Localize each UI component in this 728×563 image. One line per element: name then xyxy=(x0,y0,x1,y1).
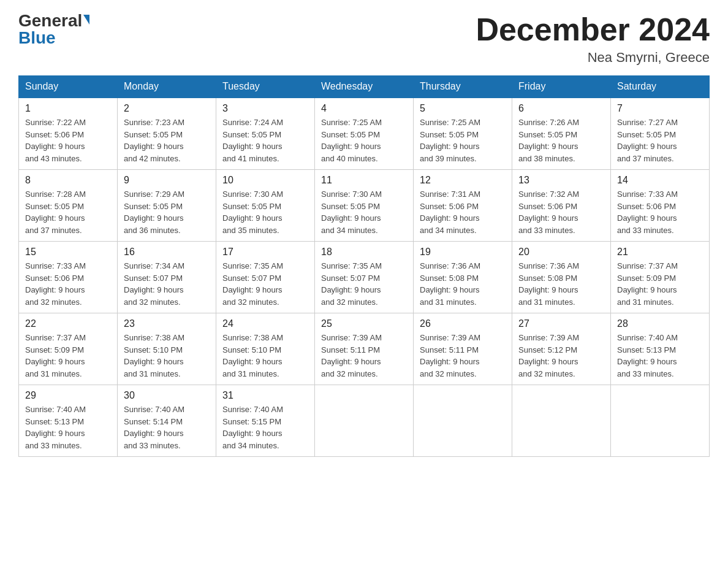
calendar-cell: 28 Sunrise: 7:40 AM Sunset: 5:13 PM Dayl… xyxy=(611,313,710,385)
daylight-minutes: and 32 minutes. xyxy=(124,297,181,307)
day-info: Sunrise: 7:37 AM Sunset: 5:09 PM Dayligh… xyxy=(617,260,703,308)
daylight-minutes: and 41 minutes. xyxy=(222,154,279,163)
daylight-minutes: and 37 minutes. xyxy=(617,154,674,163)
daylight-label: Daylight: 9 hours xyxy=(124,142,184,151)
sunset-label: Sunset: 5:06 PM xyxy=(420,202,479,211)
day-info: Sunrise: 7:26 AM Sunset: 5:05 PM Dayligh… xyxy=(518,117,604,164)
day-info: Sunrise: 7:39 AM Sunset: 5:11 PM Dayligh… xyxy=(420,332,506,380)
day-info: Sunrise: 7:39 AM Sunset: 5:12 PM Dayligh… xyxy=(518,332,604,380)
sunrise-label: Sunrise: 7:30 AM xyxy=(321,190,382,199)
calendar-cell xyxy=(611,385,710,457)
day-number: 5 xyxy=(420,103,506,114)
sunrise-label: Sunrise: 7:37 AM xyxy=(617,261,678,270)
sunset-label: Sunset: 5:07 PM xyxy=(124,274,183,283)
day-info: Sunrise: 7:33 AM Sunset: 5:06 PM Dayligh… xyxy=(617,188,703,236)
sunrise-label: Sunrise: 7:36 AM xyxy=(518,261,579,270)
sunrise-label: Sunrise: 7:24 AM xyxy=(222,118,283,127)
header-saturday: Saturday xyxy=(611,76,710,98)
sunrise-label: Sunrise: 7:33 AM xyxy=(25,261,86,270)
sunset-label: Sunset: 5:11 PM xyxy=(420,345,479,354)
sunset-label: Sunset: 5:05 PM xyxy=(222,130,281,139)
daylight-minutes: and 37 minutes. xyxy=(25,226,82,235)
daylight-label: Daylight: 9 hours xyxy=(222,357,282,366)
sunset-label: Sunset: 5:13 PM xyxy=(617,345,676,354)
header-sunday: Sunday xyxy=(19,76,118,98)
sunset-label: Sunset: 5:09 PM xyxy=(25,345,84,354)
daylight-label: Daylight: 9 hours xyxy=(321,357,381,366)
sunrise-label: Sunrise: 7:38 AM xyxy=(124,333,184,342)
sunset-label: Sunset: 5:11 PM xyxy=(321,345,380,354)
day-info: Sunrise: 7:32 AM Sunset: 5:06 PM Dayligh… xyxy=(518,188,604,236)
calendar-cell: 25 Sunrise: 7:39 AM Sunset: 5:11 PM Dayl… xyxy=(315,313,414,385)
daylight-minutes: and 33 minutes. xyxy=(25,441,82,450)
daylight-label: Daylight: 9 hours xyxy=(124,357,184,366)
calendar-cell: 17 Sunrise: 7:35 AM Sunset: 5:07 PM Dayl… xyxy=(216,242,315,313)
sunrise-label: Sunrise: 7:39 AM xyxy=(518,333,579,342)
daylight-minutes: and 33 minutes. xyxy=(617,369,674,378)
day-info: Sunrise: 7:38 AM Sunset: 5:10 PM Dayligh… xyxy=(124,332,210,380)
daylight-label: Daylight: 9 hours xyxy=(617,285,677,294)
day-number: 2 xyxy=(124,103,210,114)
calendar-cell: 23 Sunrise: 7:38 AM Sunset: 5:10 PM Dayl… xyxy=(118,313,216,385)
logo-triangle-icon xyxy=(83,15,89,25)
daylight-minutes: and 34 minutes. xyxy=(222,441,279,450)
day-info: Sunrise: 7:23 AM Sunset: 5:05 PM Dayligh… xyxy=(124,117,210,164)
day-number: 16 xyxy=(124,247,210,258)
daylight-label: Daylight: 9 hours xyxy=(25,213,85,223)
calendar-cell: 20 Sunrise: 7:36 AM Sunset: 5:08 PM Dayl… xyxy=(512,242,611,313)
header-tuesday: Tuesday xyxy=(216,76,315,98)
calendar-cell: 19 Sunrise: 7:36 AM Sunset: 5:08 PM Dayl… xyxy=(414,242,512,313)
sunrise-label: Sunrise: 7:40 AM xyxy=(222,405,283,414)
daylight-label: Daylight: 9 hours xyxy=(124,429,184,438)
daylight-minutes: and 31 minutes. xyxy=(222,369,279,378)
sunset-label: Sunset: 5:08 PM xyxy=(420,274,479,283)
day-number: 10 xyxy=(222,175,308,186)
daylight-label: Daylight: 9 hours xyxy=(25,285,85,294)
day-number: 15 xyxy=(25,247,111,258)
logo: General Blue xyxy=(18,12,89,47)
daylight-minutes: and 43 minutes. xyxy=(25,154,82,163)
sunrise-label: Sunrise: 7:22 AM xyxy=(25,118,86,127)
sunset-label: Sunset: 5:09 PM xyxy=(617,274,676,283)
daylight-minutes: and 32 minutes. xyxy=(321,297,378,307)
sunrise-label: Sunrise: 7:39 AM xyxy=(420,333,480,342)
calendar-week-5: 29 Sunrise: 7:40 AM Sunset: 5:13 PM Dayl… xyxy=(19,385,710,457)
day-number: 8 xyxy=(25,175,111,186)
sunrise-label: Sunrise: 7:26 AM xyxy=(518,118,579,127)
calendar-cell: 15 Sunrise: 7:33 AM Sunset: 5:06 PM Dayl… xyxy=(19,242,118,313)
location-subtitle: Nea Smyrni, Greece xyxy=(476,50,710,66)
day-number: 22 xyxy=(25,318,111,329)
daylight-minutes: and 38 minutes. xyxy=(518,154,575,163)
day-number: 24 xyxy=(222,318,308,329)
sunset-label: Sunset: 5:06 PM xyxy=(25,130,84,139)
sunrise-label: Sunrise: 7:40 AM xyxy=(124,405,184,414)
day-info: Sunrise: 7:22 AM Sunset: 5:06 PM Dayligh… xyxy=(25,117,111,164)
calendar-cell: 24 Sunrise: 7:38 AM Sunset: 5:10 PM Dayl… xyxy=(216,313,315,385)
sunset-label: Sunset: 5:12 PM xyxy=(518,345,577,354)
sunset-label: Sunset: 5:06 PM xyxy=(25,274,84,283)
daylight-minutes: and 31 minutes. xyxy=(518,297,575,307)
daylight-minutes: and 34 minutes. xyxy=(420,226,477,235)
calendar-cell: 5 Sunrise: 7:25 AM Sunset: 5:05 PM Dayli… xyxy=(414,98,512,170)
sunrise-label: Sunrise: 7:37 AM xyxy=(25,333,86,342)
calendar-cell: 8 Sunrise: 7:28 AM Sunset: 5:05 PM Dayli… xyxy=(19,170,118,242)
daylight-minutes: and 34 minutes. xyxy=(321,226,378,235)
day-number: 25 xyxy=(321,318,407,329)
calendar-table: Sunday Monday Tuesday Wednesday Thursday… xyxy=(18,75,710,457)
day-info: Sunrise: 7:27 AM Sunset: 5:05 PM Dayligh… xyxy=(617,117,703,164)
day-info: Sunrise: 7:29 AM Sunset: 5:05 PM Dayligh… xyxy=(124,188,210,236)
sunrise-label: Sunrise: 7:36 AM xyxy=(420,261,480,270)
daylight-label: Daylight: 9 hours xyxy=(321,213,381,223)
day-number: 7 xyxy=(617,103,703,114)
calendar-cell: 12 Sunrise: 7:31 AM Sunset: 5:06 PM Dayl… xyxy=(414,170,512,242)
sunrise-label: Sunrise: 7:39 AM xyxy=(321,333,382,342)
day-info: Sunrise: 7:25 AM Sunset: 5:05 PM Dayligh… xyxy=(321,117,407,164)
day-info: Sunrise: 7:30 AM Sunset: 5:05 PM Dayligh… xyxy=(222,188,308,236)
month-year-title: December 2024 xyxy=(476,12,710,47)
sunrise-label: Sunrise: 7:33 AM xyxy=(617,190,678,199)
day-info: Sunrise: 7:39 AM Sunset: 5:11 PM Dayligh… xyxy=(321,332,407,380)
day-number: 13 xyxy=(518,175,604,186)
sunset-label: Sunset: 5:05 PM xyxy=(617,130,676,139)
calendar-cell: 3 Sunrise: 7:24 AM Sunset: 5:05 PM Dayli… xyxy=(216,98,315,170)
day-number: 28 xyxy=(617,318,703,329)
